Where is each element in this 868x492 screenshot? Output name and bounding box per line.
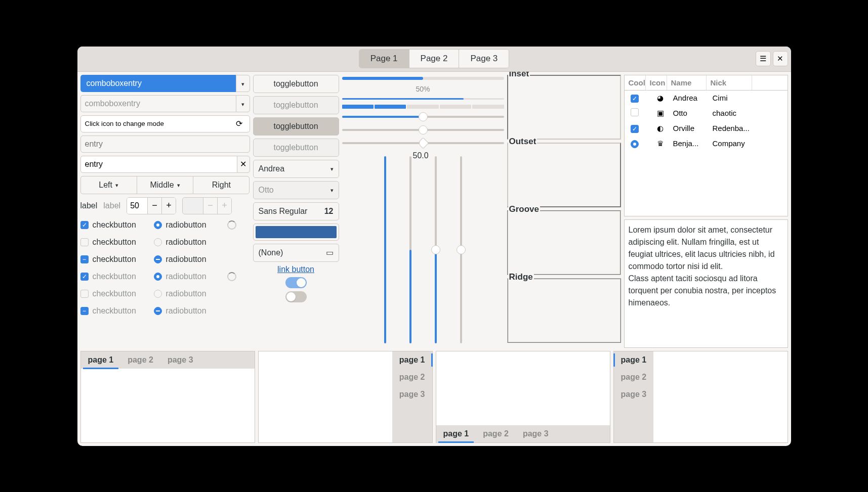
nb-tab[interactable]: page 1 [81, 351, 121, 369]
hscale-marked[interactable] [342, 138, 504, 148]
table-row[interactable]: ♛Benja...Company [625, 136, 788, 151]
close-icon: ✕ [240, 159, 246, 169]
middle-button[interactable]: Middle [137, 176, 193, 194]
radio-mixed[interactable] [154, 255, 162, 263]
hamburger-menu-button[interactable]: ☰ [756, 51, 771, 66]
checkbox-mixed[interactable]: − [80, 255, 89, 263]
tab-page-2[interactable]: Page 2 [409, 50, 460, 68]
refresh-icon[interactable]: ⟳ [236, 119, 242, 128]
togglebutton-active-disabled: togglebutton [253, 139, 339, 157]
row-icon: ▣ [650, 109, 671, 118]
progress-label: 50% [342, 85, 504, 93]
switch-on[interactable] [285, 277, 307, 288]
entry-with-clear[interactable]: ✕ [80, 156, 250, 173]
hscale-2[interactable] [342, 125, 504, 135]
nb-tab[interactable]: page 3 [516, 425, 556, 442]
chevron-down-icon [241, 99, 244, 108]
file-chooser-button[interactable]: (None)▭ [253, 244, 339, 262]
radio-unchecked-disabled [154, 290, 162, 298]
table-row[interactable]: ▣Ottochaotic [625, 106, 788, 121]
row-checkbox[interactable] [631, 108, 639, 116]
tab-page-1[interactable]: Page 1 [359, 50, 409, 68]
nb-tab[interactable]: page 3 [392, 386, 432, 403]
checkbox-unchecked[interactable] [80, 238, 89, 246]
clear-button[interactable]: ✕ [237, 156, 250, 173]
buttons-column: togglebutton togglebutton togglebutton t… [253, 75, 339, 348]
radio-checked-disabled [154, 273, 162, 281]
entry-disabled [80, 136, 250, 153]
nb-tab[interactable]: page 3 [160, 351, 200, 369]
togglebutton-disabled: togglebutton [253, 96, 339, 114]
progressbar-2 [342, 98, 504, 100]
font-button[interactable]: Sans Regular12 [253, 202, 339, 220]
notebook-bottom: page 1 page 2 page 3 [436, 351, 610, 443]
togglebutton-normal[interactable]: togglebutton [253, 75, 339, 93]
spin-minus[interactable]: − [147, 198, 161, 214]
switch-off[interactable] [285, 291, 307, 302]
combo1-text: comboboxentry [86, 79, 143, 88]
checkbox-checked[interactable]: ✓ [80, 221, 89, 229]
row-radio[interactable] [631, 140, 639, 148]
vscale-3[interactable] [431, 156, 441, 343]
comboboxentry-focused[interactable]: comboboxentry [80, 75, 250, 92]
row-checkbox[interactable]: ✓ [631, 125, 639, 133]
chevron-down-icon [330, 187, 334, 194]
th-nick[interactable]: Nick [707, 75, 752, 90]
combo-otto: Otto [253, 181, 339, 199]
treeview[interactable]: Cool Icon Name Nick ✓◕AndreaCimi ▣Ottoch… [624, 75, 788, 216]
linked-buttons: Left Middle Right [80, 176, 250, 194]
nb-tab[interactable]: page 2 [392, 369, 432, 386]
combo-andrea[interactable]: Andrea [253, 160, 339, 178]
label-normal: label [80, 201, 98, 210]
nb-tab[interactable]: page 1 [392, 351, 432, 369]
vscale-2[interactable] [405, 156, 416, 343]
spin-plus[interactable]: + [161, 198, 176, 214]
mode-entry[interactable]: ⟳ [80, 115, 250, 132]
nb-tab[interactable]: page 3 [614, 386, 654, 403]
checkbox-unchecked-disabled [80, 290, 89, 298]
close-button[interactable]: ✕ [773, 51, 788, 66]
hscale-1[interactable] [342, 112, 504, 122]
vscale-1[interactable] [380, 156, 390, 343]
levelbar [342, 105, 504, 109]
radio-checked[interactable] [154, 221, 162, 229]
togglebutton-active[interactable]: togglebutton [253, 117, 339, 136]
nb-tab[interactable]: page 1 [614, 351, 654, 369]
tab-page-3[interactable]: Page 3 [459, 50, 509, 68]
row-icon: ◕ [650, 94, 671, 103]
row-checkbox[interactable]: ✓ [631, 95, 639, 103]
spinbutton[interactable]: − + [127, 197, 176, 214]
scales-column: 50% 50.0 [342, 75, 504, 348]
spin-input[interactable] [127, 198, 147, 214]
vscale-4[interactable] [456, 156, 466, 343]
combo1-dropdown-button[interactable] [236, 75, 250, 92]
link-button[interactable]: link button [253, 265, 339, 274]
nb-tab[interactable]: page 1 [436, 425, 476, 442]
frame-groove: Groove [507, 210, 621, 275]
text-view[interactable]: Lorem ipsum dolor sit amet, consectetur … [624, 219, 788, 348]
entry-input[interactable] [80, 156, 237, 173]
combo2-dropdown-button [236, 95, 250, 112]
color-button[interactable] [253, 223, 339, 241]
checkbox-mixed-disabled: − [80, 307, 89, 315]
comboboxentry-disabled [80, 95, 250, 112]
nb-tab[interactable]: page 2 [476, 425, 516, 442]
radio-unchecked[interactable] [154, 238, 162, 246]
th-name[interactable]: Name [667, 75, 707, 90]
spin-input-disabled [183, 198, 203, 214]
nb-tab[interactable]: page 2 [120, 351, 160, 369]
table-row[interactable]: ✓◕AndreaCimi [625, 91, 788, 106]
mode-entry-input[interactable] [85, 120, 236, 127]
th-icon[interactable]: Icon [646, 75, 667, 90]
right-button[interactable]: Right [193, 176, 250, 194]
left-button[interactable]: Left [80, 176, 137, 194]
table-row[interactable]: ✓◐OrvilleRedenba... [625, 121, 788, 136]
nb-tab[interactable]: page 2 [614, 369, 654, 386]
spinbutton-disabled: − + [182, 197, 232, 214]
open-folder-icon: ▭ [326, 248, 334, 257]
spin-plus-disabled: + [217, 198, 231, 214]
th-cool[interactable]: Cool [625, 75, 646, 90]
frame-outset: Outset [507, 143, 621, 207]
treeview-header: Cool Icon Name Nick [625, 75, 788, 91]
label-disabled: label [103, 201, 120, 210]
